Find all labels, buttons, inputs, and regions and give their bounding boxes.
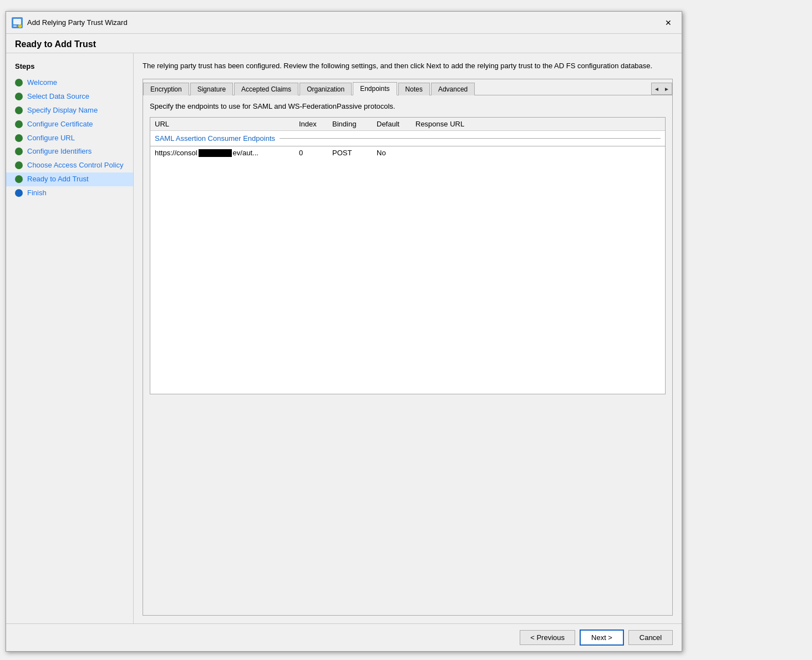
title-bar: Add Relying Party Trust Wizard ✕ [6, 12, 682, 34]
tab-nav: ◄ ► [651, 83, 672, 95]
page-title-bar: Ready to Add Trust [6, 34, 682, 53]
col-response-url: Response URL [415, 120, 661, 128]
tab-nav-next-button[interactable]: ► [662, 83, 672, 95]
cell-response-url [415, 149, 661, 157]
wizard-icon [12, 17, 23, 28]
close-button[interactable]: ✕ [661, 16, 676, 29]
cancel-button[interactable]: Cancel [628, 630, 673, 645]
content-area: Steps Welcome Select Data Source Specify… [6, 53, 682, 623]
step-dot-configure-certificate [15, 120, 23, 128]
cell-index: 0 [299, 149, 332, 157]
step-label-select-data-source: Select Data Source [27, 92, 89, 101]
steps-label: Steps [6, 62, 133, 76]
tab-accepted-claims[interactable]: Accepted Claims [234, 83, 298, 95]
title-bar-text: Add Relying Party Trust Wizard [27, 18, 661, 27]
url-prefix: https://consol [155, 149, 197, 157]
step-dot-choose-access-control [15, 161, 23, 169]
cell-binding: POST [332, 149, 377, 157]
step-label-specify-display-name: Specify Display Name [27, 106, 98, 115]
step-label-welcome: Welcome [27, 78, 57, 88]
cell-default: No [377, 149, 415, 157]
tab-encryption[interactable]: Encryption [143, 83, 189, 95]
col-url: URL [155, 120, 299, 128]
tab-advanced[interactable]: Advanced [431, 83, 475, 95]
dialog-window: Add Relying Party Trust Wizard ✕ Ready t… [6, 11, 682, 652]
previous-button[interactable]: < Previous [520, 630, 575, 645]
sidebar-item-specify-display-name[interactable]: Specify Display Name [6, 104, 133, 118]
saml-section-label: SAML Assertion Consumer Endpoints [155, 134, 275, 143]
main-panel: The relying party trust has been configu… [134, 53, 682, 623]
step-dot-configure-url [15, 134, 23, 142]
url-redacted-block [199, 149, 232, 157]
step-dot-configure-identifiers [15, 148, 23, 155]
page-title: Ready to Add Trust [15, 39, 673, 49]
sidebar-item-configure-identifiers[interactable]: Configure Identifiers [6, 145, 133, 159]
step-dot-finish [15, 189, 23, 197]
tab-nav-prev-button[interactable]: ◄ [652, 83, 662, 95]
step-label-configure-identifiers: Configure Identifiers [27, 147, 92, 156]
sidebar-item-choose-access-control[interactable]: Choose Access Control Policy [6, 159, 133, 172]
col-index: Index [299, 120, 332, 128]
tab-notes[interactable]: Notes [398, 83, 430, 95]
tab-signature[interactable]: Signature [190, 83, 233, 95]
tab-content-endpoints: Specify the endpoints to use for SAML an… [143, 95, 672, 615]
sidebar-item-welcome[interactable]: Welcome [6, 76, 133, 90]
step-label-configure-certificate: Configure Certificate [27, 120, 93, 129]
sidebar-item-finish[interactable]: Finish [6, 186, 133, 200]
col-default: Default [377, 120, 415, 128]
table-row: https://consolev/aut... 0 POST No [150, 146, 665, 159]
endpoints-description: Specify the endpoints to use for SAML an… [150, 102, 666, 110]
saml-section-header: SAML Assertion Consumer Endpoints [150, 131, 665, 146]
step-label-finish: Finish [27, 189, 47, 198]
tab-organization[interactable]: Organization [300, 83, 352, 95]
step-dot-specify-display-name [15, 106, 23, 114]
description-text: The relying party trust has been configu… [143, 61, 673, 71]
cell-url: https://consolev/aut... [155, 149, 299, 157]
step-dot-ready-to-add [15, 175, 23, 183]
sidebar-item-select-data-source[interactable]: Select Data Source [6, 90, 133, 104]
endpoints-table: URL Index Binding Default Response URL S… [150, 117, 666, 394]
tab-container: Encryption Signature Accepted Claims Org… [143, 79, 673, 616]
sidebar-item-configure-certificate[interactable]: Configure Certificate [6, 118, 133, 131]
step-label-configure-url: Configure URL [27, 134, 75, 143]
steps-sidebar: Steps Welcome Select Data Source Specify… [6, 53, 134, 623]
url-suffix: ev/aut... [233, 149, 258, 157]
section-line [280, 138, 661, 139]
next-button[interactable]: Next > [580, 629, 624, 646]
tab-endpoints[interactable]: Endpoints [353, 82, 397, 95]
step-label-ready-to-add: Ready to Add Trust [27, 175, 89, 184]
sidebar-item-configure-url[interactable]: Configure URL [6, 131, 133, 145]
step-dot-welcome [15, 79, 23, 87]
tab-bar: Encryption Signature Accepted Claims Org… [143, 79, 672, 95]
svg-rect-1 [13, 19, 21, 24]
sidebar-item-ready-to-add[interactable]: Ready to Add Trust [6, 172, 133, 186]
step-dot-select-data-source [15, 93, 23, 100]
step-label-choose-access-control: Choose Access Control Policy [27, 161, 123, 170]
svg-rect-2 [13, 26, 17, 27]
button-bar: < Previous Next > Cancel [6, 623, 682, 651]
table-header: URL Index Binding Default Response URL [150, 118, 665, 131]
col-binding: Binding [332, 120, 377, 128]
